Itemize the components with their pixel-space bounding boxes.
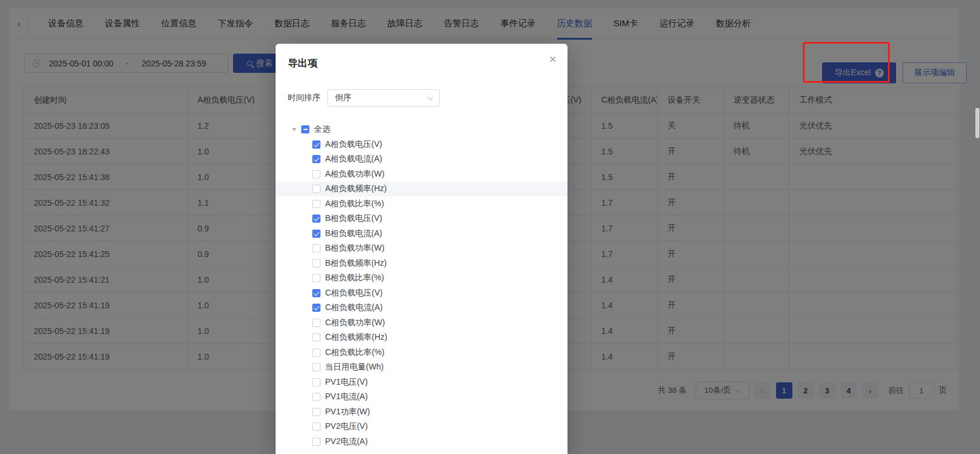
tree-item-checkbox[interactable] [312,214,320,223]
tree-item[interactable]: B相负载电流(A) [276,226,567,241]
tree-item[interactable]: A相负载比率(%) [276,196,567,212]
export-button-highlight-annotation [803,42,890,83]
tree-item[interactable]: PV2电压(V) [276,420,567,435]
export-items-dialog: 导出项 × 时间排序 倒序 全选 A相负载电压(V)A相负载电流(A)A相负载功… [276,44,567,454]
tree-item[interactable]: A相负载电流(A) [276,152,567,167]
tree-item[interactable]: C相负载功率(W) [276,315,567,330]
export-tree: 全选 A相负载电压(V)A相负载电流(A)A相负载功率(W)A相负载频率(Hz)… [276,122,567,449]
tree-item-label[interactable]: PV2电流(A) [325,437,368,447]
scrollbar-thumb[interactable] [975,108,979,138]
tree-item-checkbox[interactable] [312,438,320,446]
tree-item[interactable]: A相负载频率(Hz) [276,182,567,197]
tree-item[interactable]: PV1电压(V) [276,375,567,390]
tree-item-label[interactable]: C相负载功率(W) [325,318,385,328]
tree-item-checkbox[interactable] [312,393,320,401]
tree-item-checkbox[interactable] [312,304,320,312]
tree-item-checkbox[interactable] [312,363,320,371]
tree-item-label[interactable]: 当日用电量(Wh) [325,362,383,372]
tree-item[interactable]: A相负载电压(V) [276,137,567,152]
tree-item-checkbox[interactable] [312,274,320,282]
tree-item-label[interactable]: B相负载频率(Hz) [325,258,387,269]
tree-item-checkbox[interactable] [312,319,320,327]
close-icon[interactable]: × [549,53,556,66]
tree-item-label[interactable]: A相负载功率(W) [325,169,385,180]
tree-item[interactable]: C相负载电流(A) [276,301,567,316]
tree-item-label[interactable]: C相负载频率(Hz) [325,332,387,343]
caret-down-icon[interactable] [292,128,297,131]
tree-item-label[interactable]: A相负载频率(Hz) [325,184,387,194]
tree-item-label[interactable]: A相负载电流(A) [325,154,382,164]
select-all-checkbox[interactable] [301,125,309,133]
tree-item-checkbox[interactable] [312,200,320,208]
tree-item-label[interactable]: B相负载功率(W) [325,243,385,254]
tree-item[interactable]: PV2电流(A) [276,434,567,449]
tree-item-checkbox[interactable] [312,333,320,342]
tree-item-label[interactable]: A相负载电压(V) [325,139,382,150]
tree-item-label[interactable]: C相负载电压(V) [325,288,383,298]
tree-item-label[interactable]: B相负载比率(%) [325,273,384,283]
tree-item-label[interactable]: B相负载电流(A) [325,228,382,239]
tree-item[interactable]: B相负载电压(V) [276,212,567,227]
tree-item[interactable]: B相负载频率(Hz) [276,256,567,271]
tree-item-label[interactable]: A相负载比率(%) [325,199,384,209]
tree-item-checkbox[interactable] [312,185,320,193]
tree-root-select-all[interactable]: 全选 [276,122,567,137]
tree-item-label[interactable]: C相负载电流(A) [325,302,383,313]
tree-item[interactable]: B相负载比率(%) [276,271,567,286]
tree-item-checkbox[interactable] [312,423,320,431]
tree-item-checkbox[interactable] [312,170,320,178]
select-all-label[interactable]: 全选 [314,124,330,135]
tree-item-label[interactable]: B相负载电压(V) [325,213,382,224]
tree-item[interactable]: A相负载功率(W) [276,167,567,182]
tree-item[interactable]: B相负载功率(W) [276,241,567,256]
tree-item[interactable]: C相负载频率(Hz) [276,330,567,346]
tree-item-checkbox[interactable] [312,244,320,252]
chevron-down-icon [428,94,433,100]
tree-item-checkbox[interactable] [312,259,320,268]
dialog-title: 导出项 [288,57,318,70]
tree-item-checkbox[interactable] [312,230,320,238]
tree-item-checkbox[interactable] [312,408,320,416]
time-sort-label: 时间排序 [288,93,320,103]
tree-item-checkbox[interactable] [312,140,320,149]
tree-item[interactable]: PV1电流(A) [276,390,567,405]
time-sort-value: 倒序 [335,93,351,103]
tree-item[interactable]: C相负载比率(%) [276,345,567,360]
tree-item-label[interactable]: C相负载比率(%) [325,347,385,358]
tree-item-checkbox[interactable] [312,155,320,163]
tree-item[interactable]: 当日用电量(Wh) [276,360,567,375]
tree-items: A相负载电压(V)A相负载电流(A)A相负载功率(W)A相负载频率(Hz)A相负… [276,137,567,449]
time-sort-select[interactable]: 倒序 [327,89,440,107]
tree-item-checkbox[interactable] [312,349,320,357]
tree-item-checkbox[interactable] [312,289,320,297]
tree-item-label[interactable]: PV1电压(V) [325,377,368,388]
tree-item-label[interactable]: PV1电流(A) [325,392,368,402]
tree-item-label[interactable]: PV2电压(V) [325,421,368,432]
tree-item[interactable]: C相负载电压(V) [276,286,567,301]
tree-item[interactable]: PV1功率(W) [276,404,567,420]
tree-item-label[interactable]: PV1功率(W) [325,407,370,417]
tree-item-checkbox[interactable] [312,378,320,386]
